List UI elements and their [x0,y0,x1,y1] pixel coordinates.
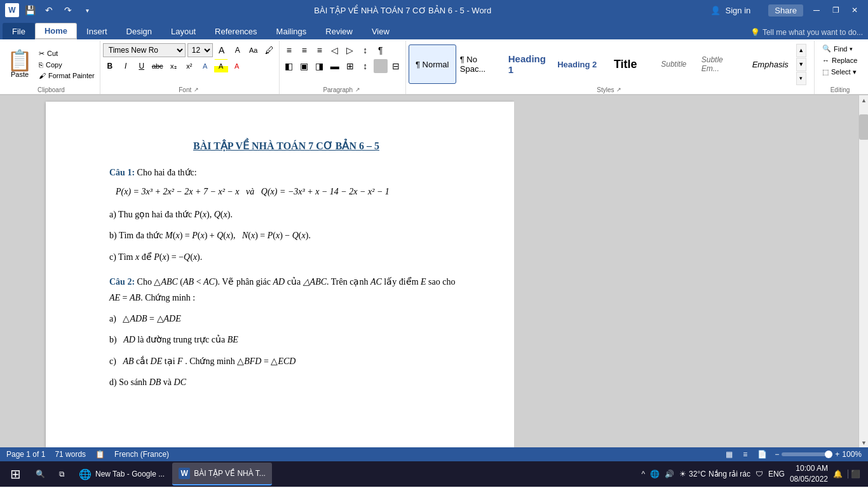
word-taskbar-item[interactable]: W BÀI TẬP VỀ NHÀ T... [172,463,272,485]
justify-button[interactable]: ▬ [328,59,342,73]
styles-more-button[interactable]: ▾ [796,72,806,85]
font-label: Font ↗ [103,85,276,94]
shading-button[interactable] [374,59,388,73]
print-layout-view-button[interactable]: ▦ [723,449,735,459]
zoom-in-button[interactable]: + [835,450,839,459]
style-no-spacing[interactable]: ¶ No Spac... [457,44,505,84]
task-view-button[interactable]: ⧉ [53,463,71,485]
styles-scroll-up-button[interactable]: ▲ [796,44,806,57]
web-layout-view-button[interactable]: ≡ [740,449,750,459]
style-subtitle[interactable]: Subtitle [650,44,698,84]
zoom-thumb[interactable] [825,451,832,458]
tab-references[interactable]: References [205,23,266,39]
change-case-button[interactable]: Aa [247,43,261,57]
style-subtle-em[interactable]: Subtle Em... [698,44,746,84]
scroll-up-button[interactable]: ▲ [859,95,868,105]
document-page[interactable]: BÀI TẬP VỀ NHÀ TOÁN 7 CƠ BẢN 6 – 5 Câu 1… [46,102,514,447]
q2d: d) So sánh DB và DC [109,374,463,390]
format-painter-button[interactable]: 🖌 Format Painter [36,71,97,81]
find-button[interactable]: 🔍 Find ▾ [820,43,855,54]
italic-button[interactable]: I [119,59,133,73]
subscript-button[interactable]: x₂ [166,59,180,73]
read-mode-view-button[interactable]: 📄 [755,449,770,459]
clock[interactable]: 10:00 AM 08/05/2022 [790,463,828,485]
select-icon: ⬚ [822,68,829,76]
replace-button[interactable]: ↔ Replace [820,55,860,65]
notifications-button[interactable]: 🔔 [833,470,843,478]
tab-home[interactable]: Home [35,23,77,39]
save-button[interactable]: 💾 [22,2,38,18]
grow-font-button[interactable]: A [215,43,229,57]
vertical-scrollbar[interactable]: ▲ ▼ [858,95,868,447]
styles-expand-button[interactable]: ↗ [615,86,623,93]
restore-button[interactable]: ❐ [827,2,844,18]
tab-review[interactable]: Review [316,23,362,39]
start-button[interactable]: ⊞ [3,463,28,485]
cut-button[interactable]: ✂ Cut [36,48,97,59]
show-marks-button[interactable]: ¶ [374,43,388,57]
paste-button[interactable]: 📋 Paste [5,49,34,79]
clear-format-button[interactable]: 🖊 [262,43,276,57]
align-left-button[interactable]: ◧ [282,59,296,73]
decrease-indent-button[interactable]: ◁ [328,43,342,57]
text-effects-button[interactable]: A [198,59,212,73]
network-icon[interactable]: 🌐 [650,470,660,478]
font-color-button[interactable]: A [230,59,244,73]
tell-me-box[interactable]: 💡 Tell me what you want to do... [745,25,868,39]
shrink-font-button[interactable]: A [231,43,245,57]
customize-qat-button[interactable]: ▾ [79,2,95,18]
paragraph-expand-button[interactable]: ↗ [354,86,362,93]
close-button[interactable]: ✕ [846,2,863,18]
scroll-thumb[interactable] [859,114,868,140]
search-taskbar-button[interactable]: 🔍 [29,463,51,485]
document-area: BÀI TẬP VỀ NHÀ TOÁN 7 CƠ BẢN 6 – 5 Câu 1… [0,95,868,447]
highlight-color-button[interactable]: A [214,59,228,73]
zoom-slider[interactable] [782,452,832,456]
font-name-select[interactable]: Times New Ro [103,43,186,57]
numbering-button[interactable]: ≡ [297,43,311,57]
bullets-button[interactable]: ≡ [282,43,296,57]
minimize-button[interactable]: ─ [808,2,825,18]
bold-button[interactable]: B [103,59,117,73]
increase-indent-button[interactable]: ▷ [343,43,357,57]
border-button[interactable]: ⊟ [389,59,403,73]
style-heading2[interactable]: Heading 2 [553,44,601,84]
style-title[interactable]: Title [602,44,649,84]
tab-file[interactable]: File [3,23,35,39]
show-hidden-icons-button[interactable]: ^ [641,470,645,478]
styles-scroll-down-button[interactable]: ▼ [796,58,806,71]
tab-layout[interactable]: Layout [161,23,205,39]
show-desktop-button[interactable]: ⬛ [848,470,860,478]
q1b: b) Tìm đa thức M(x) = P(x) + Q(x), N(x) … [109,227,463,243]
style-normal[interactable]: ¶ Normal [409,44,456,84]
copy-button[interactable]: ⎘ Copy [36,60,97,70]
right-margin: ▲ ▼ [514,95,868,447]
signin-button[interactable]: 👤 Sign in [710,6,751,15]
undo-button[interactable]: ↶ [41,2,57,18]
underline-button[interactable]: U [135,59,149,73]
line-spacing-button[interactable]: ↕ [358,59,372,73]
strikethrough-button[interactable]: abc [151,59,165,73]
select-button[interactable]: ⬚ Select ▾ [820,67,859,78]
chrome-taskbar-item[interactable]: 🌐 New Tab - Google ... [72,463,171,485]
superscript-button[interactable]: x² [182,59,196,73]
tab-insert[interactable]: Insert [77,23,117,39]
tab-mailings[interactable]: Mailings [267,23,316,39]
tab-view[interactable]: View [362,23,399,39]
multilevel-button[interactable]: ≡ [313,43,327,57]
volume-icon[interactable]: 🔊 [665,470,674,478]
tab-design[interactable]: Design [117,23,161,39]
column-button[interactable]: ⊞ [343,59,357,73]
scroll-down-button[interactable]: ▼ [859,438,868,447]
share-button[interactable]: Share [768,4,803,17]
redo-button[interactable]: ↷ [60,2,76,18]
font-size-select[interactable]: 12 [187,43,213,57]
lang-indicator[interactable]: ENG [768,470,785,478]
align-center-button[interactable]: ▣ [297,59,311,73]
style-heading1[interactable]: Heading 1 [505,44,553,84]
align-right-button[interactable]: ◨ [313,59,327,73]
sort-button[interactable]: ↕ [358,43,372,57]
font-expand-button[interactable]: ↗ [193,86,200,93]
zoom-out-button[interactable]: − [775,450,779,459]
style-emphasis[interactable]: Emphasis [747,44,794,84]
